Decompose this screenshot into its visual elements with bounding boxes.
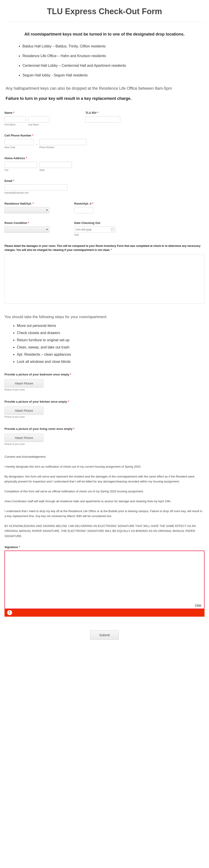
email-label: Email *	[4, 179, 67, 183]
step-item: Return furniture to original set-up	[17, 338, 205, 342]
consent-para: Area Coordinator staff will walk through…	[4, 499, 205, 504]
attach-living-button[interactable]: Attach Picture	[4, 434, 43, 442]
signature-error-bar	[4, 609, 205, 617]
tlu-id-label: TLU ID# *	[85, 111, 120, 115]
step-item: Move out personal items	[17, 324, 205, 328]
consent-block: Consent and Acknowledgement I hereby des…	[4, 454, 205, 539]
room-condition-select[interactable]	[4, 226, 50, 233]
date-out-input[interactable]	[76, 228, 111, 231]
phone-dash: -	[36, 141, 37, 146]
consent-para: Completion of this form will serve as of…	[4, 489, 205, 494]
signature-pad[interactable]: Clear	[4, 551, 205, 609]
upload-kitchen-hint: Picture of your room	[4, 416, 205, 418]
drop-location-item: Residence Life Office – Hahn and Knutson…	[23, 54, 205, 58]
step-item: Apt. Residents – clean appliances	[17, 352, 205, 356]
failure-note: Failure to turn in your key will result …	[6, 96, 203, 101]
first-name-input[interactable]	[4, 116, 26, 123]
drop-location-list: Baldus Hall Lobby – Baldus, Trinity, Cli…	[4, 44, 205, 78]
residence-hall-select[interactable]	[4, 207, 50, 213]
signature-label: Signature *	[4, 546, 205, 549]
room-condition-label: Room Condition *	[4, 221, 63, 225]
date-sublabel: Date	[74, 234, 116, 236]
state-input[interactable]	[39, 162, 72, 168]
first-name-sublabel: First Name	[4, 123, 26, 126]
drop-location-item: Centennial Hall Lobby – Centennial Hall …	[23, 64, 205, 68]
upload-kitchen-label: Provide a picture of your kitchen once e…	[4, 400, 205, 403]
email-input[interactable]	[4, 184, 67, 191]
upload-living-hint: Picture of your room	[4, 443, 205, 445]
drop-location-item: Baldus Hall Lobby – Baldus, Trinity, Cli…	[23, 44, 205, 48]
clear-signature-link[interactable]: Clear	[195, 603, 201, 607]
last-name-input[interactable]	[28, 116, 50, 123]
attach-kitchen-button[interactable]: Attach Picture	[4, 406, 43, 415]
drop-location-item: Seguin Hall lobby - Seguin Hall resident…	[23, 73, 205, 78]
phone-number-input[interactable]	[39, 139, 87, 145]
error-icon	[7, 610, 12, 615]
form-container: TLU Express Check-Out Form All room/apar…	[4, 7, 205, 644]
phone-number-sublabel: Phone Number	[39, 146, 87, 149]
submit-button[interactable]: Submit	[90, 630, 119, 640]
consent-title: Consent and Acknowledgement	[4, 454, 205, 459]
name-label: Name *	[4, 111, 74, 115]
step-item: Check closets and drawers	[17, 331, 205, 335]
damage-label: Please detail the damages in your room. …	[4, 244, 205, 252]
home-address-label: Home Address *	[4, 156, 72, 160]
steps-list: Move out personal items Check closets an…	[4, 324, 205, 364]
consent-para: BY ACKNOWLEDGING AND SIGNING BELOW, I AM…	[4, 524, 205, 538]
upload-bedroom-label: Provide a picture of your bedroom once e…	[4, 373, 205, 376]
date-out-field[interactable]	[74, 226, 116, 233]
intro-text: All room/apartment keys must be turned i…	[11, 31, 198, 37]
area-code-sublabel: Area Code	[4, 146, 34, 149]
tlu-id-input[interactable]	[85, 116, 120, 123]
upload-living-label: Provide a picture of your living room on…	[4, 427, 205, 431]
step-item: Lock all windows and close blinds	[17, 360, 205, 364]
steps-heading: You should take the following steps for …	[4, 315, 205, 319]
city-input[interactable]	[4, 162, 37, 168]
consent-para: I hereby designate this form as notifica…	[4, 464, 205, 469]
cell-phone-label: Cell Phone Number *	[4, 134, 87, 137]
city-sublabel: City	[4, 169, 37, 171]
office-note: Any hall/apartment keys can also be drop…	[6, 85, 203, 92]
residence-hall-label: Residence Hall/Apt. *	[4, 202, 63, 205]
room-number-input[interactable]	[74, 207, 93, 213]
room-number-label: Room/Apt. # *	[74, 202, 93, 205]
damage-textarea[interactable]	[4, 254, 205, 304]
consent-para: By designation, this form will serve and…	[4, 474, 205, 484]
consent-para: I understand that I need to drop my key …	[4, 509, 205, 519]
area-code-input[interactable]	[4, 139, 34, 145]
step-item: Clean, sweep, and take out trash	[17, 345, 205, 349]
last-name-sublabel: Last Name	[28, 123, 50, 126]
email-hint: example@example.com	[4, 191, 67, 194]
calendar-icon[interactable]	[111, 228, 114, 231]
state-sublabel: State	[39, 169, 72, 171]
date-out-label: Date Checking Out	[74, 221, 116, 225]
page-title: TLU Express Check-Out Form	[4, 7, 205, 22]
upload-bedroom-hint: Picture of your room	[4, 389, 205, 391]
attach-bedroom-button[interactable]: Attach Picture	[4, 379, 43, 388]
